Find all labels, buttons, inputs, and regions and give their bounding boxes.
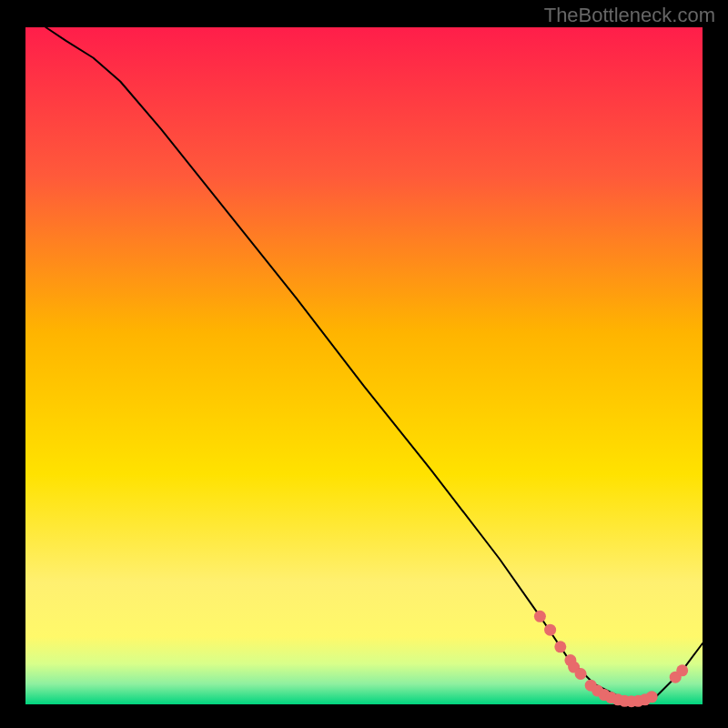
- chart-root: TheBottleneck.com: [0, 0, 728, 728]
- highlight-dot: [534, 611, 546, 622]
- highlight-dot: [554, 641, 566, 652]
- highlight-dot: [575, 668, 587, 680]
- chart-background: [25, 27, 703, 704]
- chart-svg: [0, 0, 728, 728]
- highlight-dot: [544, 624, 556, 636]
- highlight-dot: [646, 691, 658, 703]
- highlight-dot: [676, 664, 688, 676]
- watermark-text: TheBottleneck.com: [544, 4, 715, 27]
